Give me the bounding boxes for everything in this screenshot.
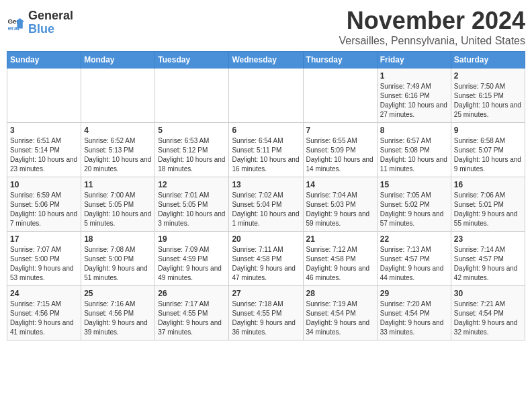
week-row-3: 10Sunrise: 6:59 AM Sunset: 5:06 PM Dayli… bbox=[7, 177, 525, 232]
weekday-wednesday: Wednesday bbox=[229, 52, 303, 68]
day-info: Sunrise: 6:54 AM Sunset: 5:11 PM Dayligh… bbox=[232, 136, 300, 174]
day-cell: 10Sunrise: 6:59 AM Sunset: 5:06 PM Dayli… bbox=[7, 177, 81, 232]
day-cell bbox=[229, 68, 303, 123]
day-cell bbox=[7, 68, 81, 123]
day-info: Sunrise: 6:58 AM Sunset: 5:07 PM Dayligh… bbox=[454, 136, 522, 174]
day-info: Sunrise: 7:07 AM Sunset: 5:00 PM Dayligh… bbox=[10, 245, 78, 283]
day-cell: 23Sunrise: 7:14 AM Sunset: 4:57 PM Dayli… bbox=[451, 232, 525, 286]
day-cell: 4Sunrise: 6:52 AM Sunset: 5:13 PM Daylig… bbox=[81, 123, 155, 177]
week-row-1: 1Sunrise: 7:49 AM Sunset: 6:16 PM Daylig… bbox=[7, 68, 525, 123]
day-cell: 5Sunrise: 6:53 AM Sunset: 5:12 PM Daylig… bbox=[155, 123, 229, 177]
weekday-friday: Friday bbox=[377, 52, 451, 68]
logo: Gen eral General Blue bbox=[7, 9, 73, 36]
day-info: Sunrise: 7:14 AM Sunset: 4:57 PM Dayligh… bbox=[454, 245, 522, 283]
day-number: 30 bbox=[454, 289, 522, 298]
day-number: 27 bbox=[232, 289, 300, 298]
day-info: Sunrise: 6:59 AM Sunset: 5:06 PM Dayligh… bbox=[10, 191, 78, 228]
day-info: Sunrise: 7:50 AM Sunset: 6:15 PM Dayligh… bbox=[454, 82, 522, 120]
weekday-thursday: Thursday bbox=[303, 52, 377, 68]
day-number: 19 bbox=[158, 234, 226, 244]
day-number: 4 bbox=[84, 126, 152, 135]
day-cell: 20Sunrise: 7:11 AM Sunset: 4:58 PM Dayli… bbox=[229, 232, 303, 286]
week-row-4: 17Sunrise: 7:07 AM Sunset: 5:00 PM Dayli… bbox=[7, 232, 525, 286]
day-cell: 6Sunrise: 6:54 AM Sunset: 5:11 PM Daylig… bbox=[229, 123, 303, 177]
day-number: 11 bbox=[84, 180, 152, 189]
day-number: 22 bbox=[380, 234, 448, 244]
day-cell: 8Sunrise: 6:57 AM Sunset: 5:08 PM Daylig… bbox=[377, 123, 451, 177]
day-info: Sunrise: 7:08 AM Sunset: 5:00 PM Dayligh… bbox=[84, 245, 152, 283]
day-cell: 16Sunrise: 7:06 AM Sunset: 5:01 PM Dayli… bbox=[451, 177, 525, 232]
week-row-5: 24Sunrise: 7:15 AM Sunset: 4:56 PM Dayli… bbox=[7, 286, 525, 340]
day-cell: 19Sunrise: 7:09 AM Sunset: 4:59 PM Dayli… bbox=[155, 232, 229, 286]
weekday-sunday: Sunday bbox=[7, 52, 81, 68]
day-cell: 28Sunrise: 7:19 AM Sunset: 4:54 PM Dayli… bbox=[303, 286, 377, 340]
day-info: Sunrise: 7:15 AM Sunset: 4:56 PM Dayligh… bbox=[10, 300, 78, 337]
logo-general: General bbox=[28, 9, 73, 22]
day-number: 13 bbox=[232, 180, 300, 189]
day-number: 28 bbox=[306, 289, 374, 298]
day-cell: 15Sunrise: 7:05 AM Sunset: 5:02 PM Dayli… bbox=[377, 177, 451, 232]
day-number: 26 bbox=[158, 289, 226, 298]
day-number: 23 bbox=[454, 234, 522, 244]
day-number: 17 bbox=[10, 234, 78, 244]
weekday-header-row: SundayMondayTuesdayWednesdayThursdayFrid… bbox=[7, 52, 525, 68]
day-number: 18 bbox=[84, 234, 152, 244]
day-info: Sunrise: 7:11 AM Sunset: 4:58 PM Dayligh… bbox=[232, 245, 300, 283]
day-info: Sunrise: 7:04 AM Sunset: 5:03 PM Dayligh… bbox=[306, 191, 374, 228]
day-info: Sunrise: 7:19 AM Sunset: 4:54 PM Dayligh… bbox=[306, 300, 374, 337]
day-number: 5 bbox=[158, 126, 226, 135]
header: Gen eral General Blue November 2024 Vers… bbox=[7, 7, 525, 47]
day-cell: 2Sunrise: 7:50 AM Sunset: 6:15 PM Daylig… bbox=[451, 68, 525, 123]
day-info: Sunrise: 7:13 AM Sunset: 4:57 PM Dayligh… bbox=[380, 245, 448, 283]
day-cell: 14Sunrise: 7:04 AM Sunset: 5:03 PM Dayli… bbox=[303, 177, 377, 232]
day-number: 25 bbox=[84, 289, 152, 298]
day-info: Sunrise: 6:53 AM Sunset: 5:12 PM Dayligh… bbox=[158, 136, 226, 174]
week-row-2: 3Sunrise: 6:51 AM Sunset: 5:14 PM Daylig… bbox=[7, 123, 525, 177]
day-cell: 24Sunrise: 7:15 AM Sunset: 4:56 PM Dayli… bbox=[7, 286, 81, 340]
day-info: Sunrise: 7:00 AM Sunset: 5:05 PM Dayligh… bbox=[84, 191, 152, 228]
day-cell: 25Sunrise: 7:16 AM Sunset: 4:56 PM Dayli… bbox=[81, 286, 155, 340]
day-info: Sunrise: 7:12 AM Sunset: 4:58 PM Dayligh… bbox=[306, 245, 374, 283]
logo-blue: Blue bbox=[28, 22, 54, 36]
title-area: November 2024 Versailles, Pennsylvania, … bbox=[339, 7, 525, 47]
day-number: 10 bbox=[10, 180, 78, 189]
day-info: Sunrise: 7:17 AM Sunset: 4:55 PM Dayligh… bbox=[158, 300, 226, 337]
day-cell: 29Sunrise: 7:20 AM Sunset: 4:54 PM Dayli… bbox=[377, 286, 451, 340]
day-info: Sunrise: 6:51 AM Sunset: 5:14 PM Dayligh… bbox=[10, 136, 78, 174]
day-info: Sunrise: 7:20 AM Sunset: 4:54 PM Dayligh… bbox=[380, 300, 448, 337]
day-info: Sunrise: 7:09 AM Sunset: 4:59 PM Dayligh… bbox=[158, 245, 226, 283]
day-number: 1 bbox=[380, 71, 448, 81]
day-cell: 7Sunrise: 6:55 AM Sunset: 5:09 PM Daylig… bbox=[303, 123, 377, 177]
day-number: 20 bbox=[232, 234, 300, 244]
day-cell: 3Sunrise: 6:51 AM Sunset: 5:14 PM Daylig… bbox=[7, 123, 81, 177]
day-info: Sunrise: 7:02 AM Sunset: 5:04 PM Dayligh… bbox=[232, 191, 300, 228]
day-cell: 30Sunrise: 7:21 AM Sunset: 4:54 PM Dayli… bbox=[451, 286, 525, 340]
day-info: Sunrise: 7:49 AM Sunset: 6:16 PM Dayligh… bbox=[380, 82, 448, 120]
weekday-monday: Monday bbox=[81, 52, 155, 68]
weekday-saturday: Saturday bbox=[451, 52, 525, 68]
logo-icon: Gen eral bbox=[7, 13, 26, 32]
day-cell bbox=[303, 68, 377, 123]
day-info: Sunrise: 7:01 AM Sunset: 5:05 PM Dayligh… bbox=[158, 191, 226, 228]
day-info: Sunrise: 6:57 AM Sunset: 5:08 PM Dayligh… bbox=[380, 136, 448, 174]
day-info: Sunrise: 7:16 AM Sunset: 4:56 PM Dayligh… bbox=[84, 300, 152, 337]
day-number: 21 bbox=[306, 234, 374, 244]
day-number: 15 bbox=[380, 180, 448, 189]
day-cell bbox=[155, 68, 229, 123]
location: Versailles, Pennsylvania, United States bbox=[339, 35, 525, 47]
day-number: 6 bbox=[232, 126, 300, 135]
day-number: 8 bbox=[380, 126, 448, 135]
day-cell: 1Sunrise: 7:49 AM Sunset: 6:16 PM Daylig… bbox=[377, 68, 451, 123]
day-cell bbox=[81, 68, 155, 123]
day-cell: 22Sunrise: 7:13 AM Sunset: 4:57 PM Dayli… bbox=[377, 232, 451, 286]
day-cell: 11Sunrise: 7:00 AM Sunset: 5:05 PM Dayli… bbox=[81, 177, 155, 232]
day-info: Sunrise: 7:18 AM Sunset: 4:55 PM Dayligh… bbox=[232, 300, 300, 337]
weekday-tuesday: Tuesday bbox=[155, 52, 229, 68]
calendar-table: SundayMondayTuesdayWednesdayThursdayFrid… bbox=[7, 51, 525, 340]
day-info: Sunrise: 7:06 AM Sunset: 5:01 PM Dayligh… bbox=[454, 191, 522, 228]
day-number: 7 bbox=[306, 126, 374, 135]
day-cell: 18Sunrise: 7:08 AM Sunset: 5:00 PM Dayli… bbox=[81, 232, 155, 286]
day-info: Sunrise: 7:05 AM Sunset: 5:02 PM Dayligh… bbox=[380, 191, 448, 228]
day-cell: 26Sunrise: 7:17 AM Sunset: 4:55 PM Dayli… bbox=[155, 286, 229, 340]
day-cell: 13Sunrise: 7:02 AM Sunset: 5:04 PM Dayli… bbox=[229, 177, 303, 232]
